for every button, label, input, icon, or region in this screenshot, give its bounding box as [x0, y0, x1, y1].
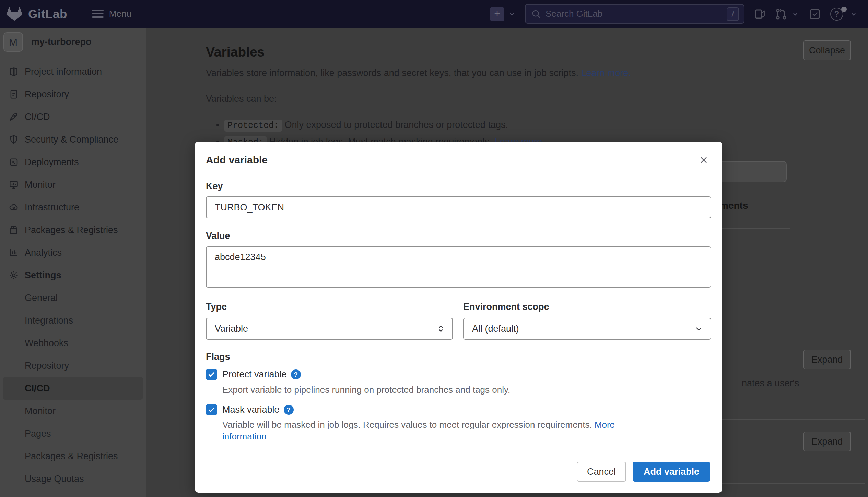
mask-variable-checkbox[interactable] [206, 404, 217, 415]
sidebar-item-analytics[interactable]: Analytics [0, 241, 146, 264]
key-label: Key [206, 182, 711, 191]
cancel-button[interactable]: Cancel [577, 462, 626, 482]
rocket-icon [9, 112, 19, 122]
mask-variable-row: Mask variable ? [206, 404, 711, 415]
sidebar-item-cicd[interactable]: CI/CD [0, 106, 146, 128]
book-icon [9, 66, 19, 77]
package-icon [9, 225, 19, 235]
search-input[interactable] [546, 9, 727, 19]
top-navbar: GitLab Menu + / [0, 0, 868, 28]
sidebar-subitem-usage-quotas[interactable]: Usage Quotas [0, 468, 146, 490]
modal-title: Add variable [206, 142, 711, 167]
protect-variable-checkbox[interactable] [206, 369, 217, 380]
divider [700, 483, 865, 484]
menu-label: Menu [109, 9, 131, 19]
sidebar-item-project-information[interactable]: Project information [0, 60, 146, 83]
gitlab-wordmark: GitLab [28, 7, 67, 21]
merge-requests-icon[interactable] [775, 8, 788, 21]
notification-dot [841, 7, 847, 12]
bullet-protected: Protected: Only exposed to protected bra… [224, 119, 544, 131]
sidebar-subitem-cicd-active[interactable]: CI/CD [3, 377, 143, 400]
new-item-button[interactable]: + [490, 7, 504, 21]
global-search[interactable]: / [525, 4, 744, 24]
issues-icon[interactable] [753, 8, 766, 20]
sidebar-item-settings[interactable]: Settings [0, 264, 146, 287]
monitor-icon [9, 180, 19, 190]
key-input[interactable] [206, 196, 711, 218]
add-variable-button[interactable]: Add variable [633, 462, 710, 482]
search-shortcut-key: / [727, 7, 739, 21]
select-arrows-icon [436, 324, 445, 333]
chart-icon [9, 247, 19, 258]
expand-button[interactable]: Expand [803, 432, 851, 451]
mask-variable-label[interactable]: Mask variable [222, 404, 280, 415]
sidebar-subitem-integrations[interactable]: Integrations [0, 309, 146, 332]
sidebar-subitem-repository[interactable]: Repository [0, 354, 146, 377]
protect-variable-row: Protect variable ? [206, 369, 711, 380]
sidebar-subitem-monitor[interactable]: Monitor [0, 400, 146, 422]
sidebar-item-deployments[interactable]: Deployments [0, 151, 146, 173]
add-variable-modal: Add variable Key Value abcde12345 Type V… [195, 142, 722, 493]
sidebar-item-packages[interactable]: Packages & Registries [0, 219, 146, 241]
divider [700, 419, 865, 420]
value-textarea[interactable]: abcde12345 [206, 246, 711, 288]
protect-variable-label[interactable]: Protect variable [222, 369, 287, 380]
collapse-button[interactable]: Collapse [803, 40, 851, 60]
project-avatar: M [3, 32, 23, 52]
gitlab-logo[interactable]: GitLab [6, 6, 67, 22]
sidebar-item-infrastructure[interactable]: Infrastructure [0, 196, 146, 219]
variables-intro: Variables store information, like passwo… [206, 68, 631, 78]
environment-scope-label: Environment scope [463, 302, 711, 312]
protect-variable-description: Export variable to pipelines running on … [222, 384, 658, 396]
chevron-down-icon [694, 324, 704, 334]
close-icon[interactable] [698, 155, 709, 166]
page-title: Variables [206, 45, 265, 60]
variables-list-intro: Variables can be: [206, 94, 277, 104]
hamburger-icon [92, 8, 104, 20]
menu-button[interactable]: Menu [92, 8, 131, 20]
chevron-down-icon[interactable] [791, 10, 799, 18]
sidebar-item-monitor[interactable]: Monitor [0, 173, 146, 196]
sidebar-item-security[interactable]: Security & Compliance [0, 128, 146, 151]
project-name: my-turborepo [31, 37, 92, 47]
environments-header-fragment: ments [720, 200, 748, 211]
sidebar-subitem-pages[interactable]: Pages [0, 422, 146, 445]
gear-icon [9, 270, 19, 280]
project-scope[interactable]: M my-turborepo [3, 32, 146, 52]
left-sidebar: M my-turborepo Project information Repos… [0, 28, 146, 497]
todos-icon[interactable] [808, 8, 821, 21]
type-select[interactable]: Variable [206, 318, 453, 340]
shield-icon [9, 134, 19, 145]
help-icon[interactable]: ? [291, 369, 301, 379]
document-icon [9, 89, 19, 99]
search-icon [531, 9, 541, 19]
chevron-down-icon [508, 10, 516, 18]
mask-variable-description: Variable will be masked in job logs. Req… [222, 419, 658, 442]
chevron-down-icon[interactable] [849, 10, 858, 18]
help-icon[interactable]: ? [284, 405, 294, 415]
sidebar-subitem-general[interactable]: General [0, 287, 146, 309]
expand-button[interactable]: Expand [803, 350, 851, 369]
deploy-icon [9, 157, 19, 167]
value-label: Value [206, 231, 711, 241]
type-label: Type [206, 302, 453, 312]
sidebar-subitem-webhooks[interactable]: Webhooks [0, 332, 146, 354]
sidebar-item-repository[interactable]: Repository [0, 83, 146, 106]
tanuki-icon [6, 6, 23, 22]
cloud-gear-icon [9, 202, 19, 213]
learn-more-link[interactable]: Learn more. [581, 68, 631, 78]
flags-label: Flags [206, 352, 711, 362]
description-text-fragment: nates a user's [742, 378, 799, 389]
sidebar-subitem-packages[interactable]: Packages & Registries [0, 445, 146, 468]
environment-scope-select[interactable]: All (default) [463, 318, 711, 340]
